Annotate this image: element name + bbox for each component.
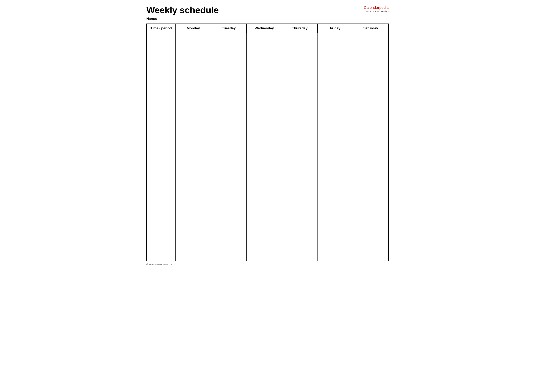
col-header-thursday: Thursday <box>282 24 318 33</box>
schedule-cell[interactable] <box>176 147 211 166</box>
schedule-cell[interactable] <box>353 223 389 242</box>
schedule-cell[interactable] <box>247 128 282 147</box>
schedule-cell[interactable] <box>353 90 389 109</box>
time-cell[interactable] <box>146 33 176 52</box>
time-cell[interactable] <box>146 166 176 185</box>
schedule-cell[interactable] <box>318 185 353 204</box>
schedule-cell[interactable] <box>282 185 318 204</box>
time-cell[interactable] <box>146 109 176 128</box>
schedule-cell[interactable] <box>282 242 318 261</box>
schedule-cell[interactable] <box>282 90 318 109</box>
schedule-cell[interactable] <box>176 33 211 52</box>
table-row <box>146 128 389 147</box>
schedule-cell[interactable] <box>353 166 389 185</box>
schedule-cell[interactable] <box>211 204 247 223</box>
schedule-cell[interactable] <box>318 128 353 147</box>
schedule-cell[interactable] <box>247 71 282 90</box>
schedule-cell[interactable] <box>176 242 211 261</box>
schedule-cell[interactable] <box>318 109 353 128</box>
schedule-cell[interactable] <box>247 223 282 242</box>
time-cell[interactable] <box>146 71 176 90</box>
schedule-cell[interactable] <box>353 242 389 261</box>
table-row <box>146 71 389 90</box>
schedule-cell[interactable] <box>211 33 247 52</box>
time-cell[interactable] <box>146 223 176 242</box>
time-cell[interactable] <box>146 52 176 71</box>
logo-area: Calendarpedia Your source for calendars <box>364 5 389 13</box>
schedule-cell[interactable] <box>211 242 247 261</box>
schedule-cell[interactable] <box>353 204 389 223</box>
schedule-cell[interactable] <box>176 71 211 90</box>
schedule-cell[interactable] <box>318 166 353 185</box>
schedule-cell[interactable] <box>247 109 282 128</box>
time-cell[interactable] <box>146 242 176 261</box>
schedule-cell[interactable] <box>211 109 247 128</box>
schedule-cell[interactable] <box>353 128 389 147</box>
schedule-cell[interactable] <box>282 166 318 185</box>
schedule-cell[interactable] <box>353 71 389 90</box>
schedule-cell[interactable] <box>353 52 389 71</box>
schedule-cell[interactable] <box>247 147 282 166</box>
schedule-cell[interactable] <box>353 185 389 204</box>
time-cell[interactable] <box>146 147 176 166</box>
logo-text: Calendarpedia <box>364 5 389 10</box>
table-row <box>146 52 389 71</box>
schedule-cell[interactable] <box>211 147 247 166</box>
table-row <box>146 147 389 166</box>
schedule-cell[interactable] <box>247 90 282 109</box>
schedule-cell[interactable] <box>353 33 389 52</box>
time-cell[interactable] <box>146 128 176 147</box>
schedule-cell[interactable] <box>282 204 318 223</box>
schedule-cell[interactable] <box>282 109 318 128</box>
schedule-cell[interactable] <box>211 52 247 71</box>
schedule-cell[interactable] <box>211 185 247 204</box>
logo-accent: pedia <box>379 5 389 10</box>
name-label: Name: <box>146 17 389 21</box>
table-row <box>146 90 389 109</box>
table-row <box>146 223 389 242</box>
schedule-cell[interactable] <box>247 33 282 52</box>
schedule-cell[interactable] <box>282 147 318 166</box>
schedule-cell[interactable] <box>176 52 211 71</box>
schedule-cell[interactable] <box>211 90 247 109</box>
schedule-cell[interactable] <box>176 166 211 185</box>
schedule-cell[interactable] <box>318 33 353 52</box>
schedule-cell[interactable] <box>176 128 211 147</box>
schedule-cell[interactable] <box>176 185 211 204</box>
schedule-cell[interactable] <box>176 109 211 128</box>
schedule-cell[interactable] <box>282 52 318 71</box>
footer: © www.calendarpedia.com <box>146 263 389 266</box>
schedule-cell[interactable] <box>247 166 282 185</box>
logo-tagline: Your source for calendars <box>364 10 389 13</box>
schedule-cell[interactable] <box>318 242 353 261</box>
schedule-cell[interactable] <box>211 71 247 90</box>
page-title: Weekly schedule <box>146 5 219 15</box>
time-cell[interactable] <box>146 185 176 204</box>
schedule-cell[interactable] <box>176 223 211 242</box>
schedule-cell[interactable] <box>318 223 353 242</box>
col-header-monday: Monday <box>176 24 211 33</box>
time-cell[interactable] <box>146 90 176 109</box>
schedule-cell[interactable] <box>211 223 247 242</box>
schedule-cell[interactable] <box>211 166 247 185</box>
schedule-cell[interactable] <box>318 90 353 109</box>
schedule-cell[interactable] <box>282 71 318 90</box>
time-cell[interactable] <box>146 204 176 223</box>
schedule-cell[interactable] <box>247 242 282 261</box>
schedule-cell[interactable] <box>211 128 247 147</box>
schedule-cell[interactable] <box>176 204 211 223</box>
schedule-cell[interactable] <box>247 185 282 204</box>
schedule-cell[interactable] <box>353 147 389 166</box>
schedule-cell[interactable] <box>282 33 318 52</box>
schedule-cell[interactable] <box>282 223 318 242</box>
schedule-cell[interactable] <box>176 90 211 109</box>
schedule-cell[interactable] <box>318 147 353 166</box>
table-row <box>146 204 389 223</box>
schedule-cell[interactable] <box>318 71 353 90</box>
schedule-cell[interactable] <box>318 52 353 71</box>
schedule-cell[interactable] <box>282 128 318 147</box>
schedule-cell[interactable] <box>247 204 282 223</box>
schedule-cell[interactable] <box>318 204 353 223</box>
schedule-cell[interactable] <box>247 52 282 71</box>
schedule-cell[interactable] <box>353 109 389 128</box>
